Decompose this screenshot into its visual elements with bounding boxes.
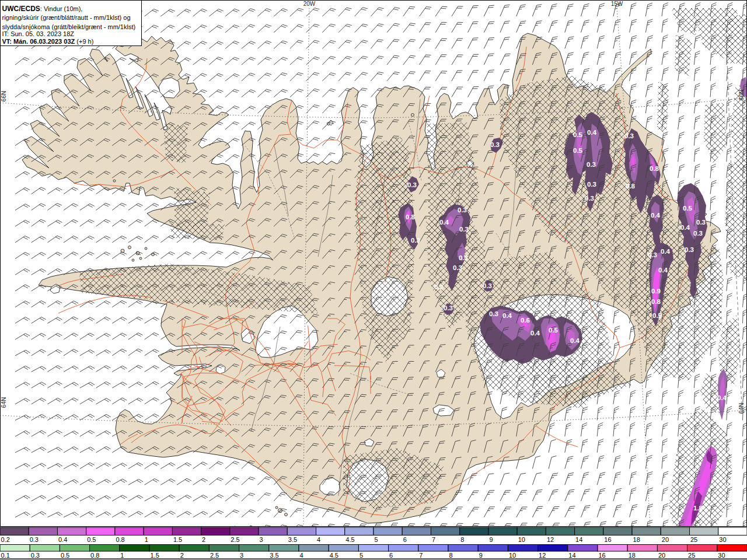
- svg-text:16: 16: [604, 536, 611, 543]
- svg-text:9: 9: [479, 552, 483, 559]
- svg-text:6: 6: [389, 552, 393, 559]
- svg-text:0.5: 0.5: [652, 312, 662, 319]
- svg-text:0.5: 0.5: [573, 147, 583, 154]
- svg-text:0.4: 0.4: [439, 219, 449, 226]
- svg-text:10: 10: [518, 536, 525, 543]
- svg-text:VT: Mán. 06.03.2023 03Z (+9 h): VT: Mán. 06.03.2023 03Z (+9 h): [2, 38, 94, 45]
- svg-text:1: 1: [145, 536, 148, 543]
- svg-text:0.8: 0.8: [116, 536, 124, 543]
- svg-text:0.3: 0.3: [587, 161, 596, 168]
- svg-text:3.5: 3.5: [288, 536, 297, 543]
- svg-text:0.5: 0.5: [573, 131, 583, 138]
- svg-text:0.8: 0.8: [651, 298, 661, 305]
- svg-text:66N: 66N: [1, 91, 7, 102]
- svg-text:8: 8: [449, 552, 453, 559]
- svg-text:0.5: 0.5: [87, 536, 96, 543]
- svg-text:25: 25: [690, 536, 697, 543]
- svg-text:0.4: 0.4: [587, 129, 597, 136]
- svg-text:18: 18: [629, 552, 636, 559]
- svg-text:64N: 64N: [738, 403, 745, 414]
- svg-text:12: 12: [539, 552, 546, 559]
- svg-text:3.5: 3.5: [270, 552, 278, 559]
- svg-text:4: 4: [300, 552, 303, 559]
- svg-text:1.5: 1.5: [151, 552, 159, 559]
- svg-text:0.2: 0.2: [434, 284, 444, 290]
- svg-text:20: 20: [662, 536, 669, 543]
- svg-text:0.3: 0.3: [453, 264, 462, 271]
- svg-text:0.3: 0.3: [444, 304, 453, 312]
- svg-text:2.5: 2.5: [231, 536, 239, 543]
- svg-text:0.2: 0.2: [1, 536, 10, 543]
- svg-text:slydda/snjókoma (grátt/bleikt/: slydda/snjókoma (grátt/bleikt/grænt - mm…: [2, 23, 136, 30]
- svg-text:2: 2: [202, 536, 205, 543]
- svg-text:9: 9: [489, 536, 493, 543]
- svg-text:0.3: 0.3: [483, 282, 492, 289]
- svg-text:0.3: 0.3: [31, 552, 40, 559]
- svg-text:1: 1: [120, 552, 124, 559]
- svg-text:0.4: 0.4: [58, 536, 67, 543]
- svg-text:0.3: 0.3: [407, 181, 417, 188]
- svg-text:0.4: 0.4: [502, 312, 512, 319]
- svg-text:15W: 15W: [611, 1, 623, 7]
- svg-text:0.8: 0.8: [650, 165, 659, 172]
- svg-text:0.3: 0.3: [411, 237, 420, 244]
- svg-text:0.8: 0.8: [626, 183, 636, 190]
- svg-text:0.3: 0.3: [696, 219, 706, 226]
- svg-text:0.4: 0.4: [661, 248, 671, 255]
- svg-text:0.3: 0.3: [459, 226, 469, 233]
- svg-text:25: 25: [688, 552, 695, 559]
- svg-text:6: 6: [403, 536, 407, 543]
- svg-text:20: 20: [658, 552, 665, 559]
- svg-text:rigning/skúrir (grænt/blátt/ra: rigning/skúrir (grænt/blátt/rautt - mm/1…: [2, 14, 131, 21]
- svg-text:1.5: 1.5: [173, 536, 182, 543]
- svg-text:0.9: 0.9: [651, 288, 661, 295]
- svg-text:30: 30: [719, 536, 726, 543]
- svg-text:0.3: 0.3: [489, 310, 498, 317]
- svg-text:0.6: 0.6: [521, 317, 530, 324]
- svg-text:66N: 66N: [738, 90, 745, 100]
- svg-text:0.4: 0.4: [658, 267, 668, 274]
- svg-text:8: 8: [460, 536, 464, 543]
- svg-text:0.3: 0.3: [648, 251, 657, 258]
- svg-text:0.4: 0.4: [530, 330, 540, 337]
- svg-text:1.8: 1.8: [693, 505, 703, 512]
- svg-text:7: 7: [432, 536, 435, 543]
- svg-text:4: 4: [317, 536, 320, 543]
- svg-text:0.4: 0.4: [570, 337, 580, 344]
- svg-text:4.5: 4.5: [330, 552, 338, 559]
- svg-text:3: 3: [260, 536, 263, 543]
- svg-text:0.3: 0.3: [587, 181, 596, 188]
- svg-text:2.5: 2.5: [210, 552, 219, 559]
- svg-text:0.3: 0.3: [624, 132, 634, 139]
- svg-text:30: 30: [718, 552, 725, 559]
- svg-text:20W: 20W: [303, 1, 316, 7]
- svg-text:7: 7: [419, 552, 423, 559]
- svg-text:0.3: 0.3: [585, 195, 594, 202]
- svg-text:4.5: 4.5: [345, 536, 354, 543]
- svg-text:0.3: 0.3: [490, 141, 500, 148]
- svg-text:IT: Sun. 05. 03. 2023 18Z: IT: Sun. 05. 03. 2023 18Z: [2, 30, 75, 37]
- svg-text:0.3: 0.3: [458, 206, 467, 214]
- svg-text:5: 5: [359, 552, 363, 559]
- svg-text:10: 10: [509, 552, 516, 559]
- svg-text:0.3: 0.3: [459, 254, 468, 261]
- svg-text:0.5: 0.5: [683, 205, 693, 212]
- svg-text:0.1: 0.1: [1, 552, 10, 559]
- svg-text:0.3: 0.3: [30, 536, 39, 543]
- svg-text:UWC/ECDS: Vindur (10m),: UWC/ECDS: Vindur (10m),: [2, 5, 83, 13]
- svg-text:18: 18: [633, 536, 640, 543]
- svg-text:0.4: 0.4: [717, 394, 727, 401]
- svg-text:0.4: 0.4: [651, 212, 661, 219]
- svg-text:14: 14: [575, 536, 582, 543]
- svg-text:3: 3: [240, 552, 243, 559]
- svg-text:16: 16: [599, 552, 606, 559]
- svg-text:5: 5: [375, 536, 378, 543]
- svg-text:64N: 64N: [1, 397, 7, 408]
- svg-text:12: 12: [547, 536, 554, 543]
- svg-text:14: 14: [568, 552, 575, 559]
- svg-text:0.3: 0.3: [693, 230, 703, 237]
- svg-text:0.8: 0.8: [90, 552, 99, 559]
- svg-text:0.8: 0.8: [406, 214, 416, 220]
- svg-text:0.4: 0.4: [680, 224, 690, 231]
- svg-text:0.5: 0.5: [549, 327, 558, 334]
